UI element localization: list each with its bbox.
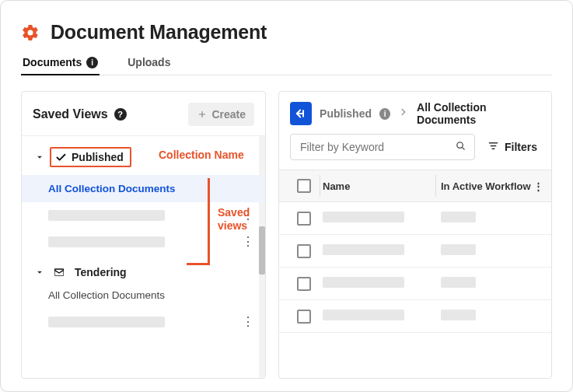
table-row[interactable] <box>279 235 551 268</box>
kebab-icon[interactable]: ⋮ <box>242 316 254 328</box>
view-label: All Collection Documents <box>48 183 176 194</box>
table-header: Name In Active Workflow ⋮ <box>279 170 551 202</box>
documents-panel: Published i All Collection Documents <box>278 91 552 379</box>
search-input-wrap[interactable] <box>290 134 475 160</box>
row-checkbox[interactable] <box>297 277 311 291</box>
skeleton-text <box>323 310 404 320</box>
tab-uploads-label: Uploads <box>128 56 170 68</box>
annotation-saved-views-l1: Saved <box>218 206 250 219</box>
skeleton-text <box>323 244 404 255</box>
create-button[interactable]: Create <box>188 103 254 126</box>
collection-tendering[interactable]: Tendering <box>22 263 265 282</box>
scrollbar-track[interactable] <box>259 136 265 378</box>
skeleton-text <box>48 236 165 247</box>
filters-label: Filters <box>505 141 537 153</box>
skeleton-text <box>441 244 476 255</box>
view-all-collection-documents-tendering[interactable]: All Collection Documents <box>22 282 265 309</box>
svg-point-2 <box>457 142 463 148</box>
table-row[interactable] <box>279 202 551 235</box>
collection-published[interactable]: Published Collection Name <box>22 144 265 170</box>
info-icon: i <box>86 57 98 68</box>
select-all-checkbox[interactable] <box>297 179 311 193</box>
skeleton-text <box>48 317 165 327</box>
saved-views-panel: Saved Views ? Create <box>21 91 266 379</box>
collection-published-label: Published <box>72 151 124 163</box>
search-icon <box>455 140 466 155</box>
row-checkbox[interactable] <box>297 244 311 258</box>
chevron-down-icon <box>34 267 45 278</box>
back-button[interactable] <box>290 102 312 125</box>
filters-button[interactable]: Filters <box>484 135 540 159</box>
view-placeholder[interactable]: ⋮ <box>22 229 265 255</box>
chevron-down-icon <box>34 152 45 163</box>
info-icon: i <box>379 108 390 120</box>
skeleton-text <box>48 210 165 221</box>
skeleton-text <box>441 277 476 288</box>
tab-uploads[interactable]: Uploads <box>126 51 172 75</box>
breadcrumb-parent[interactable]: Published <box>320 107 372 120</box>
plus-icon <box>197 109 208 120</box>
arrow-back-icon <box>294 107 308 121</box>
annotation-saved-views-l2: views <box>218 219 247 232</box>
skeleton-text <box>323 277 404 288</box>
row-checkbox[interactable] <box>297 212 311 226</box>
check-icon <box>55 152 67 163</box>
help-icon[interactable]: ? <box>114 108 127 121</box>
create-button-label: Create <box>211 108 246 121</box>
envelope-icon <box>53 266 65 278</box>
annotation-collection-name: Collection Name <box>159 149 244 161</box>
column-workflow[interactable]: In Active Workflow <box>441 180 542 192</box>
table-row[interactable] <box>279 300 551 333</box>
filter-icon <box>487 140 499 154</box>
view-placeholder[interactable]: ⋮ <box>22 309 265 335</box>
skeleton-text <box>441 212 476 222</box>
view-all-collection-documents[interactable]: All Collection Documents <box>22 175 265 202</box>
saved-views-title: Saved Views <box>33 107 108 121</box>
svg-rect-5 <box>491 145 497 146</box>
search-input[interactable] <box>299 140 455 154</box>
collection-tendering-label: Tendering <box>75 266 127 278</box>
row-checkbox[interactable] <box>297 310 311 324</box>
kebab-icon[interactable]: ⋮ <box>533 180 543 192</box>
svg-rect-4 <box>489 142 498 143</box>
page-title: Document Management <box>51 21 267 44</box>
tab-bar: Documents i Uploads <box>21 51 552 75</box>
chevron-right-icon <box>398 107 409 121</box>
view-label: All Collection Documents <box>48 289 165 301</box>
column-name[interactable]: Name <box>320 180 441 192</box>
annotation-bracket <box>187 178 210 265</box>
svg-line-3 <box>462 147 464 149</box>
gear-icon <box>21 23 40 42</box>
skeleton-text <box>323 212 404 222</box>
svg-rect-6 <box>492 149 495 149</box>
table-row[interactable] <box>279 268 551 300</box>
tab-documents-label: Documents <box>23 56 82 68</box>
tab-documents[interactable]: Documents i <box>21 51 100 75</box>
breadcrumb-current: All Collection Documents <box>417 101 540 126</box>
kebab-icon[interactable]: ⋮ <box>242 236 254 248</box>
skeleton-text <box>441 310 476 320</box>
